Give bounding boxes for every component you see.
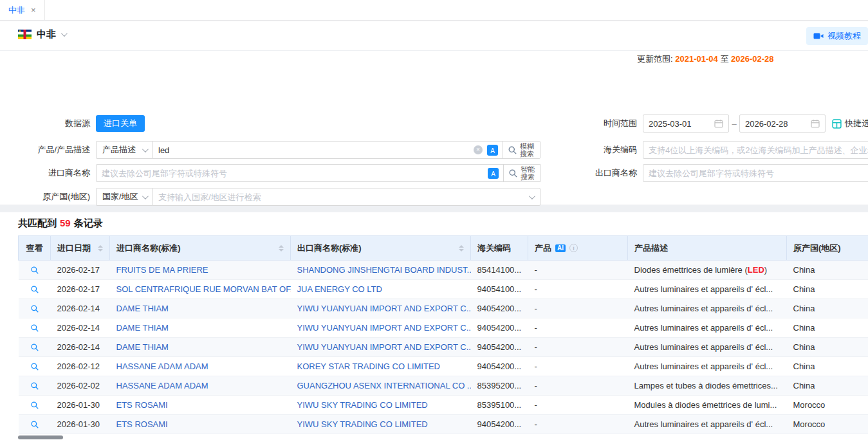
view-detail-icon[interactable]: [30, 304, 39, 313]
exporter-link[interactable]: YIWU SKY TRADING CO LIMITED: [297, 400, 428, 410]
cell-importer: DAME THIAM: [110, 338, 291, 357]
exporter-name-label: 出口商名称: [592, 167, 637, 179]
importer-link[interactable]: ETS ROSAMI: [116, 400, 168, 410]
close-icon[interactable]: ×: [31, 6, 36, 14]
results-table-wrap: 查看 进口日期 进口商名称(标准): [18, 235, 868, 434]
info-icon[interactable]: i: [569, 244, 578, 252]
col-exporter[interactable]: 出口商名称(标准): [291, 236, 471, 261]
tab-zhongfei[interactable]: 中非 ×: [0, 0, 45, 20]
exporter-link[interactable]: KOREY STAR TRADING CO LIMITED: [297, 362, 440, 371]
cell-exporter: KOREY STAR TRADING CO LIMITED: [291, 357, 471, 376]
importer-link[interactable]: DAME THIAM: [116, 304, 169, 313]
sort-icon[interactable]: [98, 245, 103, 252]
date-start-picker[interactable]: 2025-03-01: [643, 115, 729, 133]
calendar-icon: [811, 119, 820, 128]
cell-import-date: 2026-01-30: [51, 396, 110, 415]
cell-importer: DAME THIAM: [110, 299, 291, 318]
search-icon: [508, 145, 517, 155]
chevron-down-icon[interactable]: [61, 30, 68, 37]
cell-import-date: 2026-01-30: [51, 415, 110, 434]
view-detail-icon[interactable]: [30, 420, 39, 429]
results-section: 共匹配到59条记录 查看 进口日期: [0, 212, 868, 440]
quick-select-icon: [832, 119, 842, 129]
sort-icon[interactable]: [459, 245, 464, 252]
hs-code-label: 海关编码: [592, 144, 637, 156]
cell-product-ai: -: [528, 396, 628, 415]
cell-origin: Morocco: [787, 415, 868, 434]
importer-link[interactable]: FRUITS DE MA PRIERE: [116, 265, 208, 275]
view-detail-icon[interactable]: [30, 285, 39, 294]
view-detail-icon[interactable]: [30, 324, 39, 333]
cell-view: [19, 376, 51, 396]
data-source-import-declarations-chip[interactable]: 进口关单: [96, 115, 145, 132]
product-type-select[interactable]: 产品描述: [96, 141, 153, 159]
importer-link[interactable]: DAME THIAM: [116, 342, 169, 352]
cell-hs-code: 94054200...: [471, 299, 528, 318]
exporter-link[interactable]: YIWU SKY TRADING CO LIMITED: [297, 419, 428, 429]
importer-link[interactable]: DAME THIAM: [116, 323, 169, 333]
cell-exporter: JUA ENERGY CO LTD: [291, 280, 471, 299]
col-import-date[interactable]: 进口日期: [51, 236, 110, 261]
translate-icon[interactable]: A: [487, 145, 498, 156]
cell-origin: China: [787, 376, 868, 396]
exporter-link[interactable]: GUANGZHOU ASENX INTERNATIONAL CO ...: [297, 381, 471, 390]
cell-origin: Morocco: [787, 396, 868, 415]
cell-exporter: YIWU YUANYUAN IMPORT AND EXPORT C...: [291, 299, 471, 318]
date-end-picker[interactable]: 2026-02-28: [739, 115, 826, 133]
exporter-link[interactable]: YIWU YUANYUAN IMPORT AND EXPORT C...: [297, 323, 471, 333]
exporter-name-input[interactable]: [643, 165, 868, 181]
origin-country-label: 原产国(地区): [0, 191, 90, 203]
exporter-link[interactable]: YIWU YUANYUAN IMPORT AND EXPORT C...: [297, 304, 471, 313]
view-detail-icon[interactable]: [30, 381, 39, 390]
importer-link[interactable]: ETS ROSAMI: [116, 419, 168, 429]
smart-search-button[interactable]: 智能搜索: [503, 165, 540, 181]
result-count: 共匹配到59条记录: [18, 217, 103, 230]
sort-icon[interactable]: [279, 245, 284, 252]
view-detail-icon[interactable]: [30, 343, 39, 352]
fuzzy-search-label: 模糊搜索: [520, 142, 535, 158]
fuzzy-search-button[interactable]: 模糊搜索: [503, 142, 540, 158]
translate-icon[interactable]: A: [488, 168, 499, 179]
cell-import-date: 2026-02-14: [51, 338, 110, 357]
video-icon: [813, 32, 824, 41]
product-type-select-value: 产品描述: [102, 144, 136, 156]
hs-code-input[interactable]: [643, 142, 868, 158]
video-tutorial-button[interactable]: 视频教程: [806, 27, 868, 45]
cell-view: [19, 415, 51, 434]
search-icon: [508, 169, 518, 178]
exporter-link[interactable]: JUA ENERGY CO LTD: [297, 284, 382, 294]
product-label: 产品/产品描述: [0, 144, 90, 156]
table-row: 2026-02-17 SOL CENTRAFRIQUE RUE MORVAN B…: [19, 280, 868, 299]
row-exporter: 出口商名称: [592, 164, 868, 182]
date-start-value: 2025-03-01: [649, 119, 692, 129]
update-range-end: 2026-02-28: [731, 54, 774, 64]
table-row: 2026-01-30 ETS ROSAMI YIWU SKY TRADING C…: [19, 396, 868, 415]
origin-country-input[interactable]: [153, 188, 529, 205]
cell-view: [19, 357, 51, 376]
cell-importer: ETS ROSAMI: [110, 415, 291, 434]
cell-import-date: 2026-02-17: [51, 261, 110, 280]
view-detail-icon[interactable]: [30, 401, 39, 410]
cell-product-desc: Diodes émettrices de lumière (LED): [628, 261, 787, 280]
importer-link[interactable]: SOL CENTRAFRIQUE RUE MORVAN BAT OF...: [116, 284, 291, 294]
horizontal-scrollbar-thumb[interactable]: [18, 435, 63, 439]
cell-exporter: GUANGZHOU ASENX INTERNATIONAL CO ...: [291, 376, 471, 396]
col-importer[interactable]: 进口商名称(标准): [110, 236, 291, 261]
cell-importer: HASSANE ADAM ADAM: [110, 376, 291, 396]
importer-link[interactable]: HASSANE ADAM ADAM: [116, 381, 208, 390]
clear-icon[interactable]: ×: [474, 145, 483, 154]
origin-type-select[interactable]: 国家/地区: [96, 188, 153, 206]
svg-text:A: A: [490, 147, 495, 154]
page-title: 中非: [37, 28, 56, 41]
importer-name-input[interactable]: [97, 165, 488, 181]
view-detail-icon[interactable]: [30, 266, 39, 275]
quick-select-button[interactable]: 快捷选择: [832, 118, 868, 129]
product-search-input[interactable]: [153, 142, 474, 158]
cell-origin: China: [787, 280, 868, 299]
view-detail-icon[interactable]: [30, 362, 39, 371]
cell-product-desc: Autres luminaires et appareils d' écl...: [628, 415, 787, 434]
country-selector[interactable]: 中非: [18, 28, 66, 41]
importer-link[interactable]: HASSANE ADAM ADAM: [116, 362, 208, 371]
exporter-link[interactable]: SHANDONG JINSHENGTAI BOARD INDUST...: [297, 265, 471, 275]
exporter-link[interactable]: YIWU YUANYUAN IMPORT AND EXPORT C...: [297, 342, 471, 352]
